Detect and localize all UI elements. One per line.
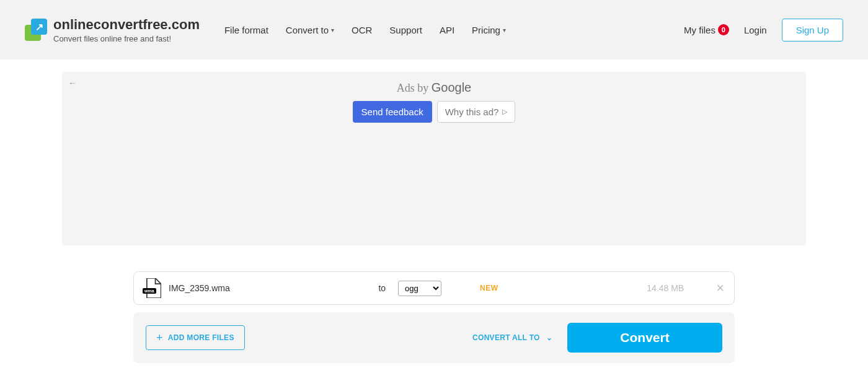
header: ↗ onlineconvertfree.com Convert files on… [0,0,868,59]
ad-buttons: Send feedback Why this ad? ▷ [62,101,806,123]
why-ad-label: Why this ad? [445,107,499,117]
signup-button[interactable]: Sign Up [782,19,843,42]
right-nav: My files 0 Login Sign Up [684,19,843,42]
file-type-icon: wma [144,278,161,298]
my-files-count-badge: 0 [718,24,729,35]
nav-label: API [440,25,454,35]
chevron-down-icon: ⌄ [546,333,552,342]
chevron-down-icon: ▾ [331,27,334,33]
nav-label: Convert to [286,25,329,35]
why-this-ad-button[interactable]: Why this ad? ▷ [437,101,516,123]
my-files-label: My files [684,25,715,35]
ad-back-arrow-icon[interactable]: ← [68,78,77,88]
ad-title-brand: Google [432,81,472,94]
login-link[interactable]: Login [744,25,767,35]
nav-convert-to[interactable]: Convert to▾ [286,25,334,35]
filename: IMG_2359.wma [169,283,230,293]
ad-title: Ads by Google [62,81,806,95]
nav-pricing[interactable]: Pricing▾ [472,25,506,35]
nav-label: File format [224,25,268,35]
plus-icon: + [156,332,163,343]
file-ext-badge: wma [143,288,156,294]
filesize: 14.48 MB [647,283,684,293]
format-select[interactable]: ogg [398,281,441,296]
nav-file-format[interactable]: File format [224,25,268,35]
add-more-files-button[interactable]: + ADD MORE FILES [146,325,245,350]
logo-block[interactable]: ↗ onlineconvertfree.com Convert files on… [25,17,200,43]
nav-label: Pricing [472,25,500,35]
tagline: Convert files online free and fast! [53,34,200,43]
ad-title-prefix: Ads by [397,82,432,94]
my-files-link[interactable]: My files 0 [684,24,729,35]
add-more-label: ADD MORE FILES [168,333,234,342]
convert-all-label: CONVERT ALL TO [472,333,540,342]
nav-support[interactable]: Support [389,25,422,35]
ad-region: ← Ads by Google Send feedback Why this a… [62,72,806,245]
nav-label: OCR [352,25,372,35]
logo-icon: ↗ [25,19,47,41]
nav-api[interactable]: API [440,25,454,35]
to-label: to [378,283,386,293]
nav-label: Support [389,25,422,35]
file-row: wma IMG_2359.wma to ogg NEW 14.48 MB × [133,271,735,305]
site-name: onlineconvertfree.com [53,17,200,33]
logo-text: onlineconvertfree.com Convert files onli… [53,17,200,43]
nav-ocr[interactable]: OCR [352,25,372,35]
convert-button[interactable]: Convert [567,323,722,353]
new-badge: NEW [480,284,498,292]
main-nav: File format Convert to▾ OCR Support API … [224,25,684,35]
chevron-down-icon: ▾ [503,27,506,33]
remove-file-icon[interactable]: × [716,280,724,296]
convert-all-to-dropdown[interactable]: CONVERT ALL TO ⌄ [472,333,552,342]
send-feedback-button[interactable]: Send feedback [353,101,432,123]
action-row: + ADD MORE FILES CONVERT ALL TO ⌄ Conver… [133,312,735,363]
adchoices-icon: ▷ [502,108,507,116]
